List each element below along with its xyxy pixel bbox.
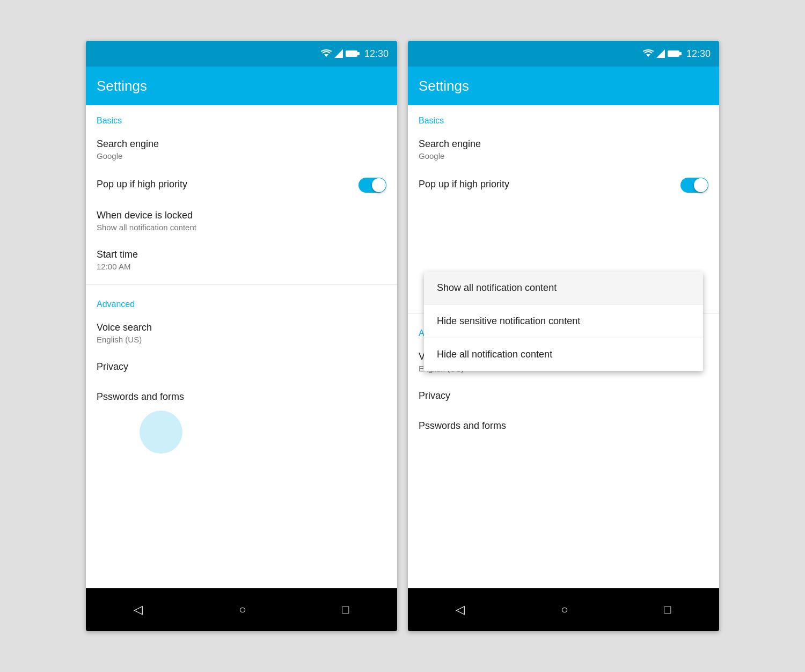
content-left: Basics Search engine Google Pop up if hi… (86, 105, 397, 588)
back-button-right[interactable]: ◁ (456, 603, 465, 617)
battery-icon (346, 50, 360, 57)
when-locked-subtitle-left: Show all notification content (97, 223, 386, 232)
ripple-effect (140, 411, 182, 454)
svg-rect-7 (668, 50, 679, 57)
svg-marker-5 (646, 54, 650, 57)
passwords-item-left[interactable]: Psswords and forms (86, 383, 397, 413)
voice-search-subtitle-left: English (US) (97, 335, 386, 344)
divider-left (86, 284, 397, 284)
recent-button-right[interactable]: □ (664, 603, 671, 617)
home-button-right[interactable]: ○ (561, 603, 568, 617)
phone-right: 12:30 Settings Basics Search engine Goog… (408, 41, 719, 631)
dropdown-menu: Show all notification content Hide sensi… (424, 272, 703, 371)
popup-toggle-right[interactable] (680, 178, 708, 193)
when-locked-item-left[interactable]: When device is locked Show all notificat… (86, 201, 397, 240)
status-time-left: 12:30 (364, 48, 389, 60)
nav-bar-left: ◁ ○ □ (86, 588, 397, 631)
status-icons-right: 12:30 (643, 48, 711, 60)
popup-item-right[interactable]: Pop up if high priority (408, 169, 719, 201)
search-engine-item-left[interactable]: Search engine Google (86, 130, 397, 169)
dropdown-item-hide-sensitive[interactable]: Hide sensitive notification content (424, 305, 703, 338)
popup-title-left: Pop up if high priority (97, 179, 187, 190)
start-time-subtitle-left: 12:00 AM (97, 262, 386, 271)
svg-rect-4 (357, 52, 360, 55)
wifi-icon-right (643, 49, 654, 58)
battery-icon-right (668, 50, 682, 57)
search-engine-title-right: Search engine (419, 138, 708, 150)
toggle-knob-left (372, 178, 386, 192)
privacy-title-left: Privacy (97, 361, 386, 372)
start-time-title-left: Start time (97, 249, 386, 260)
search-engine-item-right[interactable]: Search engine Google (408, 130, 719, 169)
privacy-title-right: Privacy (419, 390, 708, 401)
status-bar-left: 12:30 (86, 41, 397, 67)
popup-item-left[interactable]: Pop up if high priority (86, 169, 397, 201)
voice-search-item-left[interactable]: Voice search English (US) (86, 313, 397, 353)
when-locked-title-left: When device is locked (97, 210, 386, 221)
passwords-title-left: Psswords and forms (97, 391, 386, 403)
dropdown-item-show-all[interactable]: Show all notification content (424, 272, 703, 305)
svg-marker-0 (324, 54, 328, 57)
toggle-knob-right (694, 178, 708, 192)
home-button-left[interactable]: ○ (239, 603, 246, 617)
svg-rect-8 (679, 52, 682, 55)
search-engine-title-left: Search engine (97, 138, 386, 150)
recent-button-left[interactable]: □ (342, 603, 349, 617)
status-time-right: 12:30 (686, 48, 711, 60)
nav-bar-right: ◁ ○ □ (408, 588, 719, 631)
back-button-left[interactable]: ◁ (134, 603, 143, 617)
app-title-left: Settings (97, 78, 147, 94)
passwords-item-right[interactable]: Psswords and forms (408, 412, 719, 442)
signal-icon-right (656, 49, 665, 58)
search-engine-subtitle-left: Google (97, 151, 386, 160)
privacy-item-right[interactable]: Privacy (408, 382, 719, 412)
phone-left: 12:30 Settings Basics Search engine Goog… (86, 41, 397, 631)
wifi-icon (321, 49, 332, 58)
app-bar-right: Settings (408, 67, 719, 105)
app-bar-left: Settings (86, 67, 397, 105)
popup-toggle-left[interactable] (358, 178, 386, 193)
privacy-item-left[interactable]: Privacy (86, 353, 397, 383)
svg-rect-3 (346, 50, 357, 57)
signal-icon (334, 49, 343, 58)
status-icons-left: 12:30 (321, 48, 389, 60)
svg-marker-6 (656, 49, 665, 58)
section-header-basics-left: Basics (86, 105, 397, 130)
content-right: Basics Search engine Google Pop up if hi… (408, 105, 719, 588)
search-engine-subtitle-right: Google (419, 151, 708, 160)
passwords-title-right: Psswords and forms (419, 420, 708, 432)
app-title-right: Settings (419, 78, 469, 94)
status-bar-right: 12:30 (408, 41, 719, 67)
section-header-advanced-left: Advanced (86, 289, 397, 313)
start-time-item-left[interactable]: Start time 12:00 AM (86, 240, 397, 280)
voice-search-title-left: Voice search (97, 322, 386, 333)
section-header-basics-right: Basics (408, 105, 719, 130)
popup-title-right: Pop up if high priority (419, 179, 509, 190)
dropdown-item-hide-all[interactable]: Hide all notification content (424, 338, 703, 371)
